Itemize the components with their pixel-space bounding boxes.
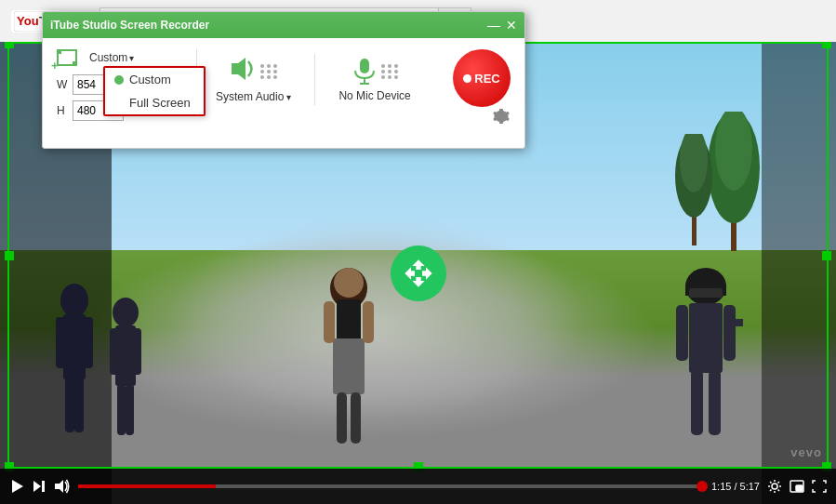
rec-label: REC bbox=[474, 72, 499, 86]
svg-rect-45 bbox=[42, 481, 45, 492]
dot bbox=[260, 70, 264, 73]
center-woman bbox=[316, 268, 381, 458]
mic-item: No Mic Device bbox=[338, 58, 410, 102]
dot bbox=[394, 70, 398, 73]
settings-ctrl-button[interactable] bbox=[767, 479, 782, 494]
dialog-controls: — ✕ bbox=[487, 19, 517, 32]
dot bbox=[267, 75, 271, 79]
dot bbox=[273, 75, 277, 79]
svg-rect-16 bbox=[82, 317, 93, 368]
no-mic-label: No Mic Device bbox=[338, 89, 410, 102]
mic-icon[interactable] bbox=[352, 58, 378, 86]
mode-dropdown-button[interactable]: Custom ▾ bbox=[86, 49, 138, 66]
width-label: W bbox=[57, 78, 68, 91]
close-button[interactable]: ✕ bbox=[506, 19, 517, 32]
svg-rect-32 bbox=[337, 392, 347, 444]
svg-rect-21 bbox=[110, 328, 119, 375]
svg-text:You: You bbox=[17, 14, 39, 28]
dropdown-item-fullscreen-label: Full Screen bbox=[129, 96, 191, 110]
svg-rect-49 bbox=[796, 485, 803, 491]
speaker-icon[interactable] bbox=[229, 56, 257, 86]
svg-rect-31 bbox=[363, 301, 374, 343]
svg-marker-46 bbox=[55, 480, 63, 493]
plus-sign: + bbox=[51, 59, 59, 73]
progress-dot bbox=[697, 481, 708, 492]
dark-overlay-right bbox=[762, 42, 836, 504]
dot bbox=[394, 75, 398, 79]
rec-button[interactable]: REC bbox=[453, 49, 511, 107]
svg-rect-37 bbox=[689, 303, 723, 373]
recorder-dialog: iTube Studio Screen Recorder — ✕ + bbox=[42, 11, 525, 149]
resize-corner-br bbox=[73, 61, 77, 66]
svg-rect-38 bbox=[676, 305, 688, 361]
person-left bbox=[46, 282, 102, 453]
progress-fill bbox=[78, 484, 216, 488]
dot bbox=[260, 64, 264, 68]
svg-rect-41 bbox=[691, 370, 703, 435]
svg-rect-36 bbox=[689, 288, 723, 298]
dropdown-item-custom-label: Custom bbox=[129, 73, 171, 86]
dot bbox=[273, 64, 277, 68]
system-audio-label: System Audio bbox=[216, 90, 284, 103]
mic-icon-area bbox=[352, 58, 399, 86]
mode-dropdown-menu: Custom Full Screen bbox=[103, 66, 206, 116]
dot bbox=[381, 75, 385, 79]
svg-rect-23 bbox=[117, 384, 126, 435]
dropdown-arrow-icon: ▾ bbox=[129, 53, 134, 63]
dot bbox=[388, 64, 391, 68]
svg-rect-28 bbox=[337, 299, 361, 341]
svg-point-27 bbox=[334, 268, 364, 298]
fullscreen-button[interactable] bbox=[812, 479, 827, 494]
system-audio-dots bbox=[260, 64, 278, 79]
system-audio-item: System Audio ▾ bbox=[216, 56, 291, 103]
right-controls bbox=[767, 479, 827, 494]
svg-rect-52 bbox=[360, 59, 369, 73]
system-audio-icon-area bbox=[229, 56, 278, 86]
dot bbox=[267, 64, 271, 68]
dot bbox=[381, 64, 385, 68]
svg-marker-44 bbox=[33, 481, 41, 492]
svg-marker-43 bbox=[12, 480, 23, 493]
settings-area bbox=[492, 107, 511, 134]
svg-point-19 bbox=[113, 298, 139, 327]
dot bbox=[273, 70, 277, 73]
dot bbox=[267, 70, 271, 73]
time-display: 1:15 / 5:17 bbox=[711, 481, 760, 492]
video-controls: 1:15 / 5:17 bbox=[0, 469, 836, 504]
tree-right-2 bbox=[673, 134, 715, 249]
dot bbox=[394, 64, 398, 68]
svg-rect-22 bbox=[132, 328, 141, 375]
svg-rect-40 bbox=[723, 319, 743, 326]
svg-rect-18 bbox=[74, 377, 84, 432]
svg-point-13 bbox=[60, 284, 88, 317]
resize-area bbox=[57, 49, 77, 66]
active-indicator bbox=[114, 75, 124, 85]
svg-rect-42 bbox=[709, 370, 721, 435]
dialog-titlebar: iTube Studio Screen Recorder — ✕ bbox=[43, 12, 524, 38]
svg-rect-24 bbox=[126, 384, 134, 435]
play-button[interactable] bbox=[9, 479, 24, 494]
person-center-left bbox=[102, 296, 149, 458]
miniplayer-button[interactable] bbox=[790, 479, 804, 494]
svg-rect-17 bbox=[65, 377, 74, 432]
dimensions-section: + Custom ▾ W bbox=[57, 49, 178, 121]
svg-rect-39 bbox=[723, 305, 736, 361]
system-audio-label-row: System Audio ▾ bbox=[216, 90, 291, 103]
mic-dots bbox=[381, 64, 399, 79]
dropdown-item-custom[interactable]: Custom bbox=[105, 68, 204, 91]
dot bbox=[388, 75, 391, 79]
minimize-button[interactable]: — bbox=[487, 19, 500, 32]
progress-bar[interactable] bbox=[78, 484, 704, 488]
svg-point-47 bbox=[772, 484, 777, 489]
system-audio-arrow: ▾ bbox=[286, 92, 291, 102]
svg-marker-51 bbox=[232, 58, 245, 80]
resize-corner-tl bbox=[57, 49, 61, 54]
move-handle[interactable] bbox=[391, 245, 446, 301]
volume-button[interactable] bbox=[54, 479, 71, 494]
person-right-police bbox=[669, 268, 743, 467]
svg-rect-33 bbox=[351, 392, 361, 444]
dropdown-item-fullscreen[interactable]: Full Screen bbox=[105, 91, 204, 114]
height-label: H bbox=[57, 104, 68, 117]
settings-gear-icon[interactable] bbox=[492, 107, 511, 130]
next-button[interactable] bbox=[32, 479, 46, 494]
